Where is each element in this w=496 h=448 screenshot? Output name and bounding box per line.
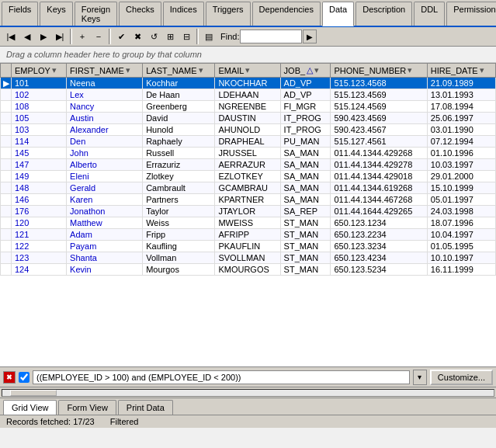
col-header-hire-date[interactable]: HIRE_DATE▾ xyxy=(427,64,495,78)
table-row[interactable]: 102LexDe HaanLDEHAANAD_VP515.123.456913.… xyxy=(1,89,496,101)
row-indicator-header xyxy=(1,64,12,78)
tab-data[interactable]: Data xyxy=(322,2,354,26)
hscroll-thumb[interactable] xyxy=(10,390,57,396)
tab-checks[interactable]: Checks xyxy=(119,2,161,26)
cell-job: SA_MAN xyxy=(280,194,331,206)
hscroll-track[interactable] xyxy=(2,389,494,397)
last-record-btn[interactable]: ▶| xyxy=(52,29,68,44)
cell-first-name: Karen xyxy=(67,194,143,206)
cell-hire-date: 21.09.1989 xyxy=(427,78,495,89)
cancel-btn[interactable]: ✖ xyxy=(130,29,145,44)
col-header-emp-id[interactable]: EMPLOY▾ xyxy=(12,64,67,78)
filtered-status: Filtered xyxy=(110,417,139,426)
filter-text: ((EMPLOYEE_ID > 100) and (EMPLOYEE_ID < … xyxy=(33,370,410,384)
row-indicator xyxy=(1,89,12,101)
cell-hire-date: 24.03.1998 xyxy=(427,206,495,217)
first-record-btn[interactable]: |◀ xyxy=(3,29,19,44)
table-row[interactable]: 122PayamKauflingPKAUFLINST_MAN650.123.32… xyxy=(1,241,496,252)
cell-phone: 011.44.1344.429278 xyxy=(331,159,427,171)
save-btn[interactable]: ✔ xyxy=(113,29,129,44)
cell-first-name: Austin xyxy=(67,113,143,124)
export-btn[interactable]: ▤ xyxy=(201,29,217,44)
row-indicator xyxy=(1,264,12,276)
table-row[interactable]: 121AdamFrippAFRIPPST_MAN650.123.223410.0… xyxy=(1,229,496,241)
tab-indices[interactable]: Indices xyxy=(163,2,204,26)
tab-ddl[interactable]: DDL xyxy=(414,2,445,26)
table-row[interactable]: 105AustinDavidDAUSTINIT_PROG590.423.4569… xyxy=(1,113,496,124)
next-record-btn[interactable]: ▶ xyxy=(36,29,51,44)
cell-job: ST_MAN xyxy=(280,264,331,276)
cell-emp-id: 108 xyxy=(12,101,67,113)
filter-clear-btn[interactable]: ⊟ xyxy=(179,29,194,44)
toolbar: |◀ ◀ ▶ ▶| + − ✔ ✖ ↺ ⊞ ⊟ ▤ Find: ▶ xyxy=(0,27,496,47)
prev-record-btn[interactable]: ◀ xyxy=(19,29,35,44)
find-input[interactable] xyxy=(240,30,302,43)
table-row[interactable]: 149EleniZlotkeyEZLOTKEYSA_MAN011.44.1344… xyxy=(1,171,496,182)
table-row[interactable]: 145JohnRussellJRUSSELSA_MAN011.44.1344.4… xyxy=(1,148,496,159)
tab-dependencies[interactable]: Dependencies xyxy=(252,2,321,26)
row-indicator xyxy=(1,217,12,229)
cell-last-name: Vollman xyxy=(143,252,215,264)
cell-emp-id: 176 xyxy=(12,206,67,217)
table-row[interactable]: 108NancyGreenbergNGREENBEFI_MGR515.124.4… xyxy=(1,101,496,113)
table-row[interactable]: 146KarenPartnersKPARTNERSA_MAN011.44.134… xyxy=(1,194,496,206)
cell-phone: 650.123.1234 xyxy=(331,217,427,229)
cell-job: SA_MAN xyxy=(280,182,331,194)
cell-last-name: Errazuriz xyxy=(143,159,215,171)
tab-fields[interactable]: Fields xyxy=(2,2,38,26)
cell-phone: 515.123.4568 xyxy=(331,78,427,89)
cell-emp-id: 102 xyxy=(12,89,67,101)
add-record-btn[interactable]: + xyxy=(75,29,90,44)
filter-error-icon[interactable]: ✖ xyxy=(3,371,16,384)
cell-phone: 011.44.1344.429018 xyxy=(331,171,427,182)
hscroll[interactable] xyxy=(0,387,496,398)
customize-btn[interactable]: Customize... xyxy=(430,370,493,385)
table-row[interactable]: 147AlbertoErrazurizAERRAZURSA_MAN011.44.… xyxy=(1,159,496,171)
bottom-tab-grid-view[interactable]: Grid View xyxy=(3,400,57,415)
row-indicator xyxy=(1,113,12,124)
cell-email: GCAMBRAU xyxy=(215,182,280,194)
tab-description[interactable]: Description xyxy=(356,2,412,26)
bottom-tab-print-data[interactable]: Print Data xyxy=(118,400,173,415)
filter-checkbox[interactable] xyxy=(19,372,29,383)
cell-hire-date: 18.07.1996 xyxy=(427,217,495,229)
cell-hire-date: 05.01.1997 xyxy=(427,194,495,206)
col-header-last-name[interactable]: LAST_NAME▾ xyxy=(143,64,215,78)
cell-hire-date: 17.08.1994 xyxy=(427,101,495,113)
bottom-tab-form-view[interactable]: Form View xyxy=(58,400,116,415)
col-header-email[interactable]: EMAIL▾ xyxy=(215,64,280,78)
cell-emp-id: 114 xyxy=(12,136,67,148)
col-header-first-name[interactable]: FIRST_NAME▾ xyxy=(67,64,143,78)
cell-first-name: Payam xyxy=(67,241,143,252)
find-go-btn[interactable]: ▶ xyxy=(303,30,317,43)
cell-email: JRUSSEL xyxy=(215,148,280,159)
tab-triggers[interactable]: Triggers xyxy=(206,2,251,26)
cell-email: AFRIPP xyxy=(215,229,280,241)
tab-permissions[interactable]: Permissions xyxy=(446,2,496,26)
refresh-btn[interactable]: ↺ xyxy=(146,29,161,44)
cell-email: EZLOTKEY xyxy=(215,171,280,182)
table-row[interactable]: 148GeraldCambraultGCAMBRAUSA_MAN011.44.1… xyxy=(1,182,496,194)
table-row[interactable]: 103AlexanderHunoldAHUNOLDIT_PROG590.423.… xyxy=(1,124,496,136)
cell-hire-date: 16.11.1999 xyxy=(427,264,495,276)
table-row[interactable]: ▶101NeenaKochharNKOCHHARAD_VP515.123.456… xyxy=(1,78,496,89)
filter-btn[interactable]: ⊞ xyxy=(162,29,178,44)
col-header-job[interactable]: JOB_ △▾ xyxy=(280,64,331,78)
row-indicator xyxy=(1,136,12,148)
tab-foreign-keys[interactable]: Foreign Keys xyxy=(75,2,117,26)
cell-hire-date: 10.10.1997 xyxy=(427,252,495,264)
filter-dropdown-btn[interactable]: ▾ xyxy=(413,370,427,385)
row-indicator xyxy=(1,229,12,241)
delete-record-btn[interactable]: − xyxy=(91,29,106,44)
cell-hire-date: 29.01.2000 xyxy=(427,171,495,182)
cell-hire-date: 10.03.1997 xyxy=(427,159,495,171)
table-row[interactable]: 120MatthewWeissMWEISSST_MAN650.123.12341… xyxy=(1,217,496,229)
table-row[interactable]: 114DenRaphaelyDRAPHEALPU_MAN515.127.4561… xyxy=(1,136,496,148)
bottom-tabs: Grid ViewForm ViewPrint Data xyxy=(0,398,496,415)
table-row[interactable]: 123ShantaVollmanSVOLLMANST_MAN650.123.42… xyxy=(1,252,496,264)
col-header-phone[interactable]: PHONE_NUMBER▾ xyxy=(331,64,427,78)
table-row[interactable]: 176JonathonTaylorJTAYLORSA_REP011.44.164… xyxy=(1,206,496,217)
cell-last-name: Cambrault xyxy=(143,182,215,194)
table-row[interactable]: 124KevinMourgosKMOURGOSST_MAN650.123.523… xyxy=(1,264,496,276)
tab-keys[interactable]: Keys xyxy=(40,2,72,26)
